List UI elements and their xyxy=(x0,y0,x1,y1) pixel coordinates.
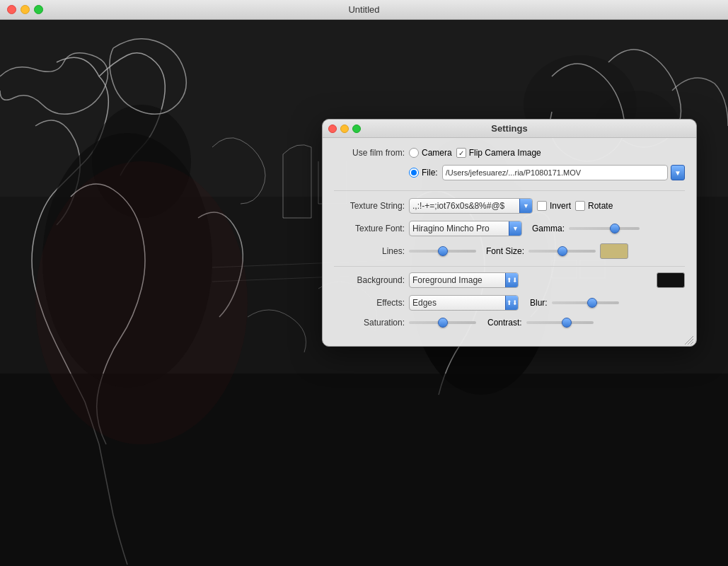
font-size-track[interactable] xyxy=(528,250,596,253)
panel-content: Use film from: Camera Flip Camera Image … xyxy=(323,138,696,346)
rotate-checkbox[interactable] xyxy=(575,201,585,211)
texture-string-value: .,:!-+=;iot76x0s&8%#@$ xyxy=(412,201,504,211)
background-row: Background: Foreground Image ⬆⬇ xyxy=(334,272,685,288)
lines-track[interactable] xyxy=(409,250,476,253)
flip-camera-checkbox[interactable] xyxy=(456,148,466,158)
texture-string-dropdown[interactable]: .,:!-+=;iot76x0s&8%#@$ ▼ xyxy=(409,198,533,214)
gamma-label: Gamma: xyxy=(532,224,565,233)
texture-font-label: Texture Font: xyxy=(334,224,405,233)
texture-font-row: Texture Font: Hiragino Mincho Pro ▼ Gamm… xyxy=(334,221,685,236)
svg-line-17 xyxy=(688,339,693,345)
gamma-slider-container xyxy=(569,227,640,230)
svg-point-5 xyxy=(42,133,212,388)
maximize-button[interactable] xyxy=(34,5,43,14)
background-arrow[interactable]: ⬆⬇ xyxy=(505,273,518,287)
lines-slider-container xyxy=(409,250,476,253)
texture-font-arrow[interactable]: ▼ xyxy=(509,221,521,236)
saturation-slider-container xyxy=(409,321,476,324)
file-row: File: ▼ xyxy=(334,165,685,180)
background-value: Foreground Image xyxy=(412,275,483,285)
gamma-track[interactable] xyxy=(569,227,640,230)
svg-point-6 xyxy=(92,105,191,218)
camera-label: Camera xyxy=(422,148,452,158)
divider-2 xyxy=(334,266,685,267)
contrast-label: Contrast: xyxy=(487,318,522,328)
saturation-label: Saturation: xyxy=(334,318,405,328)
panel-title: Settings xyxy=(491,123,527,134)
effects-dropdown[interactable]: Edges ⬆⬇ xyxy=(409,295,519,311)
file-radio[interactable] xyxy=(409,168,419,178)
file-path-input[interactable] xyxy=(442,165,668,180)
blur-thumb[interactable] xyxy=(587,298,597,308)
window-title: Untitled xyxy=(348,4,379,15)
minimize-button[interactable] xyxy=(21,5,30,14)
main-canvas: Settings Use film from: Camera Flip Came… xyxy=(0,20,728,566)
panel-minimize-button[interactable] xyxy=(340,125,349,133)
flip-camera-item[interactable]: Flip Camera Image xyxy=(456,148,541,158)
gamma-thumb[interactable] xyxy=(610,224,620,233)
resize-handle[interactable] xyxy=(685,335,693,343)
file-path-container: ▼ xyxy=(442,165,685,180)
lines-thumb[interactable] xyxy=(438,246,448,256)
font-size-label: Font Size: xyxy=(486,246,524,256)
use-film-label: Use film from: xyxy=(334,148,405,158)
effects-row: Effects: Edges ⬆⬇ Blur: xyxy=(334,295,685,311)
lines-row: Lines: Font Size: xyxy=(334,243,685,259)
contrast-slider-container xyxy=(526,321,594,324)
rotate-item[interactable]: Rotate xyxy=(575,201,613,211)
use-film-row: Use film from: Camera Flip Camera Image xyxy=(334,148,685,158)
font-size-thumb[interactable] xyxy=(557,246,567,256)
file-label: File: xyxy=(422,168,438,178)
saturation-track[interactable] xyxy=(409,321,476,324)
panel-maximize-button[interactable] xyxy=(352,125,361,133)
contrast-track[interactable] xyxy=(526,321,594,324)
background-dropdown[interactable]: Foreground Image ⬆⬇ xyxy=(409,272,519,288)
saturation-row: Saturation: Contrast: xyxy=(334,318,685,328)
svg-line-18 xyxy=(691,342,693,345)
close-button[interactable] xyxy=(7,5,16,14)
svg-rect-9 xyxy=(0,374,728,566)
texture-font-value: Hiragino Mincho Pro xyxy=(412,224,490,233)
invert-label: Invert xyxy=(550,201,571,211)
file-radio-item[interactable]: File: xyxy=(409,168,438,178)
title-bar: Untitled xyxy=(0,0,728,20)
blur-track[interactable] xyxy=(552,301,619,304)
blur-label: Blur: xyxy=(530,298,548,308)
effects-label: Effects: xyxy=(334,298,405,308)
texture-font-dropdown[interactable]: Hiragino Mincho Pro ▼ xyxy=(409,221,522,236)
rotate-label: Rotate xyxy=(588,201,613,211)
saturation-thumb[interactable] xyxy=(438,318,448,328)
texture-string-label: Texture String: xyxy=(334,201,405,211)
texture-string-row: Texture String: .,:!-+=;iot76x0s&8%#@$ ▼… xyxy=(334,198,685,214)
invert-checkbox[interactable] xyxy=(537,201,547,211)
svg-point-15 xyxy=(35,161,248,444)
effects-arrow[interactable]: ⬆⬇ xyxy=(505,296,518,310)
texture-string-arrow[interactable]: ▼ xyxy=(519,199,532,213)
panel-close-button[interactable] xyxy=(328,125,337,133)
font-color-swatch[interactable] xyxy=(600,243,628,259)
camera-radio[interactable] xyxy=(409,148,419,158)
contrast-thumb[interactable] xyxy=(562,318,572,328)
flip-camera-label: Flip Camera Image xyxy=(469,148,541,158)
panel-title-bar: Settings xyxy=(323,120,696,138)
camera-radio-item[interactable]: Camera xyxy=(409,148,452,158)
background-color-swatch[interactable] xyxy=(657,272,685,288)
font-size-slider-container xyxy=(528,250,596,253)
lines-label: Lines: xyxy=(334,246,405,256)
divider-1 xyxy=(334,190,685,191)
settings-panel: Settings Use film from: Camera Flip Came… xyxy=(322,119,697,347)
effects-value: Edges xyxy=(412,298,437,308)
invert-item[interactable]: Invert xyxy=(537,201,571,211)
window-controls[interactable] xyxy=(7,5,43,14)
panel-window-controls[interactable] xyxy=(328,125,361,133)
blur-slider-container xyxy=(552,301,619,304)
file-browse-button[interactable]: ▼ xyxy=(671,165,685,180)
background-label: Background: xyxy=(334,275,405,285)
